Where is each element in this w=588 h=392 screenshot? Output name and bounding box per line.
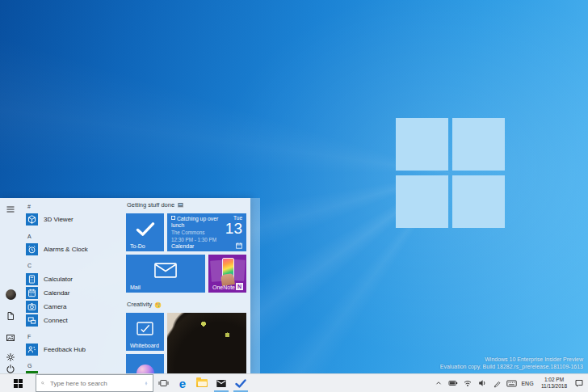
cortana-orb-icon [126,354,164,373]
app-section-header[interactable]: C [27,262,32,270]
mail-tile[interactable]: Mail [126,255,205,293]
event-title: Catching up over lunch [171,216,218,228]
watermark-line1: Windows 10 Enterprise Insider Preview [440,356,583,363]
app-section-header[interactable]: A [27,233,32,241]
touch-keyboard-button[interactable] [505,374,518,392]
app-item-alarms-clock[interactable]: Alarms & Clock [26,243,88,255]
calendar-date: Tue 13 [225,215,242,237]
pictures-icon [6,333,15,343]
touch-keyboard-icon [506,379,517,388]
calendar-tile[interactable]: Catching up over lunch The Commons 12:30… [167,213,246,251]
file-explorer-button[interactable] [192,374,212,392]
windows-logo [396,118,506,228]
clock[interactable]: 1:02 PM 11/13/2018 [537,377,571,390]
todo-button[interactable] [231,374,250,392]
start-menu-acrylic-edge [250,198,260,373]
tile-area: Getting stuff done To-Do Catching up ove… [126,198,247,373]
app-list: # 3D Viewer A Alarms & Clock C Calculato… [26,198,124,373]
task-view-button[interactable] [153,374,173,392]
evaluation-watermark: Windows 10 Enterprise Insider Preview Ev… [440,356,583,370]
pen-icon [493,379,502,388]
mail-icon [216,379,227,388]
battery-icon [448,378,458,388]
whiteboard-icon [126,313,164,344]
tile-group-title-creativity[interactable]: Creativity [127,301,162,309]
onenote-tile[interactable]: OneNote N [208,255,246,293]
user-account-button[interactable] [5,289,16,300]
event-reminder-icon [171,216,175,220]
windows-logo-pane [396,175,448,228]
alarm-clock-icon [26,243,38,255]
app-section-header[interactable]: # [27,203,31,211]
taskbar-search[interactable] [36,374,153,392]
action-center-icon [574,378,584,388]
app-item-calculator[interactable]: Calculator [26,273,73,285]
mail-button[interactable] [212,374,231,392]
calendar-day: 13 [225,221,242,237]
app-item-feedback-hub[interactable]: Feedback Hub [26,344,86,356]
search-input[interactable] [48,379,141,388]
calendar-glyph-icon [236,242,242,249]
pen-status[interactable] [490,374,503,392]
battery-status[interactable] [447,374,460,392]
microphone-icon[interactable] [145,379,148,388]
pictures-button[interactable] [5,332,16,344]
system-tray: ENG 1:02 PM 11/13/2018 [432,374,588,392]
power-button[interactable] [5,363,16,373]
start-menu-rail [0,198,21,373]
app-item-3d-viewer[interactable]: 3D Viewer [26,213,74,226]
task-view-icon [158,378,169,388]
calculator-icon [26,273,38,285]
windows-logo-pane [452,175,505,228]
file-explorer-icon [196,379,208,387]
tile-label: To-Do [130,243,145,249]
tile-label: Whiteboard [130,343,159,348]
windows-logo-pane [452,118,505,171]
windows-logo-pane [396,118,448,171]
app-item-calendar[interactable]: Calendar [26,287,69,299]
feedback-hub-icon [26,344,38,356]
3d-viewer-icon [26,213,38,226]
action-center-button[interactable] [573,374,586,392]
watermark-line2: Evaluation copy. Build 18282.rs_prerelea… [440,363,583,370]
mail-envelope-icon [126,255,205,286]
document-icon [6,311,15,321]
app-section-header[interactable]: F [27,333,31,341]
edge-button[interactable]: e [173,374,192,392]
onenote-logo-badge: N [236,283,243,290]
tile-label: Calendar [171,243,194,249]
show-hidden-icons-button[interactable] [432,374,445,392]
speaker-icon [477,378,487,388]
palette-emoji [154,301,162,309]
power-icon [6,364,15,373]
documents-button[interactable] [5,310,16,322]
chevron-up-icon [435,379,443,387]
app-section-header[interactable]: G [27,362,32,370]
clock-time: 1:02 PM [537,377,571,383]
clock-date: 11/13/2018 [537,383,571,390]
screen: Windows 10 Enterprise Insider Preview Ev… [0,0,588,392]
todo-check-icon [235,379,246,388]
volume-status[interactable] [476,374,489,392]
whiteboard-tile[interactable]: Whiteboard [126,313,164,351]
app-item-connect[interactable]: Connect [26,314,68,327]
windows-start-icon [14,379,23,388]
tile-group-title-getting-stuff-done[interactable]: Getting stuff done [127,201,184,209]
todo-tile[interactable]: To-Do [126,213,164,251]
start-button[interactable] [0,374,36,392]
event-location: The Commons [171,230,220,236]
photo-tile[interactable] [167,313,246,373]
search-icon [41,379,44,387]
cortana-tile[interactable] [126,354,164,373]
hamburger-icon [6,204,15,214]
laptop-emoji [177,202,184,209]
expand-menu-button[interactable] [5,204,16,215]
camera-icon [26,301,38,313]
todo-checkmark-icon [126,213,164,245]
language-indicator[interactable]: ENG [519,381,536,386]
app-item-camera[interactable]: Camera [26,301,66,313]
wifi-icon [463,378,472,388]
settings-button[interactable] [5,352,16,363]
network-status[interactable] [461,374,474,392]
user-avatar [6,289,16,300]
